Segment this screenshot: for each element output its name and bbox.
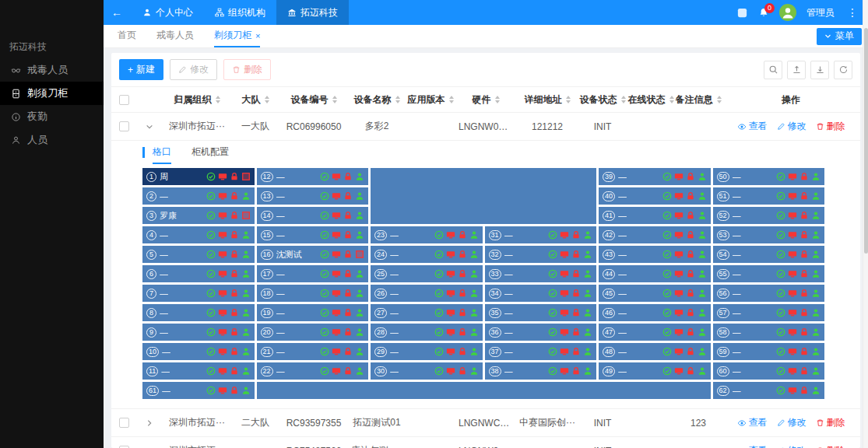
locker-cell-51[interactable]: 51— <box>713 187 825 205</box>
panel-toggle-icon[interactable] <box>736 7 748 19</box>
delete-link[interactable]: 删除 <box>816 120 845 133</box>
sort-carets[interactable] <box>566 96 571 103</box>
expanded-tab-cabinet-config[interactable]: 柜机配置 <box>192 141 229 164</box>
locker-cell-33[interactable]: 33— <box>485 265 597 282</box>
column-header-1[interactable]: 大队 <box>231 93 279 107</box>
view-link[interactable]: 查看 <box>737 444 768 448</box>
row-checkbox[interactable] <box>119 121 129 131</box>
edit-link[interactable]: 修改 <box>777 416 807 429</box>
locker-cell-56[interactable]: 56— <box>713 285 825 302</box>
view-link[interactable]: 查看 <box>737 416 768 429</box>
locker-cell-61[interactable]: 61— <box>142 382 255 399</box>
page-scrollbar[interactable] <box>863 0 868 448</box>
locker-cell-45[interactable]: 45— <box>599 285 711 302</box>
sidebar-item-personnel[interactable]: 人员 <box>0 128 104 152</box>
locker-cell-47[interactable]: 47— <box>599 324 711 341</box>
locker-cell-62[interactable]: 62— <box>713 382 825 399</box>
download-icon[interactable] <box>810 61 829 79</box>
column-header-5[interactable]: 硬件 <box>455 93 516 107</box>
locker-cell-23[interactable]: 23— <box>371 226 483 243</box>
locker-cell-48[interactable]: 48— <box>599 343 711 360</box>
locker-cell-22[interactable]: 22— <box>257 362 369 380</box>
locker-cell-8[interactable]: 8— <box>142 304 255 321</box>
locker-cell-21[interactable]: 21— <box>257 343 369 360</box>
locker-cell-3[interactable]: 3罗康 <box>142 207 255 224</box>
refresh-icon[interactable] <box>834 61 852 79</box>
locker-cell-24[interactable]: 24— <box>371 246 483 263</box>
locker-cell-59[interactable]: 59— <box>713 343 825 360</box>
locker-cell-12[interactable]: 12— <box>257 168 369 185</box>
search-icon[interactable] <box>764 61 782 79</box>
locker-cell-49[interactable]: 49— <box>599 362 711 380</box>
sidebar-item-razor-cabinet[interactable]: 剃须刀柜 <box>0 82 104 105</box>
locker-cell-55[interactable]: 55— <box>713 265 825 282</box>
edit-link[interactable]: 修改 <box>777 444 807 448</box>
column-header-2[interactable]: 设备编号 <box>279 93 348 107</box>
new-button[interactable]: + 新建 <box>119 59 163 80</box>
locker-cell-16[interactable]: 16沈测试 <box>257 246 369 263</box>
menu-dropdown-button[interactable]: 菜单 <box>817 28 862 45</box>
locker-cell-60[interactable]: 60— <box>713 362 825 380</box>
scrollbar-thumb[interactable] <box>864 28 868 254</box>
locker-cell-46[interactable]: 46— <box>599 304 711 321</box>
locker-cell-35[interactable]: 35— <box>485 304 597 321</box>
locker-cell-2[interactable]: 2— <box>142 187 255 205</box>
locker-cell-13[interactable]: 13— <box>257 187 369 205</box>
locker-cell-43[interactable]: 43— <box>599 246 711 263</box>
header-checkbox[interactable] <box>119 95 129 105</box>
upload-icon[interactable] <box>787 61 806 79</box>
sort-carets[interactable] <box>449 96 454 103</box>
locker-cell-28[interactable]: 28— <box>371 324 483 341</box>
locker-cell-10[interactable]: 10— <box>142 343 255 360</box>
row-expander[interactable] <box>136 419 163 427</box>
sort-carets[interactable] <box>621 96 626 103</box>
sort-carets[interactable] <box>395 96 400 103</box>
locker-cell-29[interactable]: 29— <box>371 343 483 360</box>
column-header-3[interactable]: 设备名称 <box>348 93 406 107</box>
nav-item-tuomai-tech[interactable]: 拓迈科技 <box>276 0 349 25</box>
locker-cell-9[interactable]: 9— <box>142 324 255 341</box>
locker-cell-57[interactable]: 57— <box>713 304 825 321</box>
delete-button[interactable]: 删除 <box>223 59 271 80</box>
locker-cell-1[interactable]: 1周 <box>142 168 255 185</box>
locker-cell-14[interactable]: 14— <box>257 207 369 224</box>
locker-cell-31[interactable]: 31— <box>485 226 597 243</box>
edit-link[interactable]: 修改 <box>777 120 807 133</box>
back-icon[interactable]: ← <box>111 6 132 19</box>
locker-cell-4[interactable]: 4— <box>142 226 255 243</box>
column-header-4[interactable]: 应用版本 <box>406 93 455 107</box>
locker-cell-7[interactable]: 7— <box>142 285 255 302</box>
locker-cell-25[interactable]: 25— <box>371 265 483 282</box>
locker-cell-18[interactable]: 18— <box>257 285 369 302</box>
locker-cell-19[interactable]: 19— <box>257 304 369 321</box>
sidebar-item-drug-rehab-users[interactable]: 戒毒人员 <box>0 58 104 82</box>
expanded-tab-compartments[interactable]: 格口 <box>153 141 171 164</box>
locker-cell-42[interactable]: 42— <box>599 226 711 243</box>
locker-cell-58[interactable]: 58— <box>713 324 825 341</box>
locker-cell-30[interactable]: 30— <box>371 362 483 380</box>
page-tab-razor-cabinet[interactable]: 剃须刀柜× <box>214 25 260 47</box>
sort-carets[interactable] <box>495 96 500 103</box>
locker-cell-50[interactable]: 50— <box>713 168 825 185</box>
locker-cell-38[interactable]: 38— <box>485 362 597 380</box>
locker-cell-53[interactable]: 53— <box>713 226 825 243</box>
nav-item-personal-center[interactable]: 个人中心 <box>132 0 204 25</box>
locker-cell-37[interactable]: 37— <box>485 343 597 360</box>
locker-cell-34[interactable]: 34— <box>485 285 597 302</box>
delete-link[interactable]: 删除 <box>816 444 845 448</box>
sidebar-item-night-duty[interactable]: 夜勤 <box>0 105 104 128</box>
locker-cell-15[interactable]: 15— <box>257 226 369 243</box>
locker-cell-52[interactable]: 52— <box>713 207 825 224</box>
view-link[interactable]: 查看 <box>737 120 768 133</box>
locker-cell-27[interactable]: 27— <box>371 304 483 321</box>
locker-cell-41[interactable]: 41— <box>599 207 711 224</box>
locker-cell-26[interactable]: 26— <box>371 285 483 302</box>
locker-cell-32[interactable]: 32— <box>485 246 597 263</box>
locker-cell-39[interactable]: 39— <box>599 168 711 185</box>
locker-cell-6[interactable]: 6— <box>142 265 255 282</box>
locker-cell-44[interactable]: 44— <box>599 265 711 282</box>
column-header-6[interactable]: 详细地址 <box>516 93 578 107</box>
sort-carets[interactable] <box>717 96 722 103</box>
sort-carets[interactable] <box>332 96 337 103</box>
tab-close-icon[interactable]: × <box>255 31 260 40</box>
